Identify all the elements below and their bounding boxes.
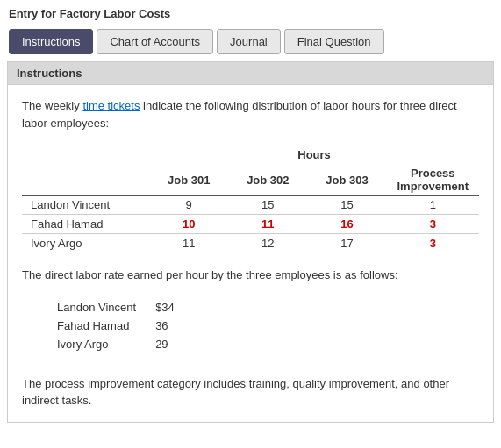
col-job301: Job 301 [149, 164, 228, 196]
job301-val: 9 [149, 196, 228, 215]
rate-row: Landon Vincent $34 [57, 298, 185, 316]
hours-label: Hours [149, 146, 479, 164]
rate-table: Landon Vincent $34 Fahad Hamad 36 Ivory … [57, 298, 185, 353]
employee-name: Landon Vincent [22, 196, 149, 215]
job301-val: 11 [149, 234, 228, 253]
tab-chart-of-accounts[interactable]: Chart of Accounts [97, 29, 213, 54]
employee-name: Fahad Hamad [22, 215, 149, 234]
content-area: Instructions The weekly time tickets ind… [7, 61, 494, 423]
page-header: Entry for Factory Labor Costs [0, 0, 501, 25]
table-row: Fahad Hamad 10 11 16 3 [22, 215, 479, 234]
bottom-text: The process improvement category include… [22, 366, 479, 409]
rate-row: Ivory Argo 29 [57, 335, 185, 353]
rate-name: Fahad Hamad [57, 316, 147, 335]
employee-name: Ivory Argo [22, 234, 149, 253]
tab-instructions[interactable]: Instructions [9, 29, 93, 54]
rate-row: Fahad Hamad 36 [57, 316, 185, 335]
section-body: The weekly time tickets indicate the fol… [8, 85, 493, 422]
job303-val: 15 [307, 196, 386, 215]
col-job303: Job 303 [307, 164, 386, 196]
rate-name: Landon Vincent [57, 298, 147, 316]
time-tickets-link[interactable]: time tickets [82, 99, 140, 112]
intro-text: The weekly time tickets indicate the fol… [22, 97, 479, 132]
section-header: Instructions [8, 62, 493, 85]
rate-value: 36 [147, 316, 185, 335]
tab-journal[interactable]: Journal [217, 29, 281, 54]
job303-val: 16 [307, 215, 386, 234]
job302-val: 12 [228, 234, 307, 253]
rate-value: 29 [147, 335, 185, 353]
job301-val: 10 [149, 215, 228, 234]
pi-val: 3 [387, 215, 479, 234]
tab-final-question[interactable]: Final Question [284, 29, 384, 54]
job302-val: 11 [228, 215, 307, 234]
pi-val: 3 [387, 234, 479, 253]
job302-val: 15 [228, 196, 307, 215]
hours-table: Hours Job 301 Job 302 Job 303 ProcessImp… [22, 146, 479, 252]
table-row: Ivory Argo 11 12 17 3 [22, 234, 479, 253]
table-row: Landon Vincent 9 15 15 1 [22, 196, 479, 215]
col-process-improvement: ProcessImprovement [387, 164, 479, 196]
tab-bar: Instructions Chart of Accounts Journal F… [0, 25, 501, 61]
rate-intro-text: The direct labor rate earned per hour by… [22, 267, 479, 284]
job303-val: 17 [307, 234, 386, 253]
rate-name: Ivory Argo [57, 335, 147, 353]
rate-value: $34 [147, 298, 185, 316]
pi-val: 1 [387, 196, 479, 215]
col-job302: Job 302 [228, 164, 307, 196]
